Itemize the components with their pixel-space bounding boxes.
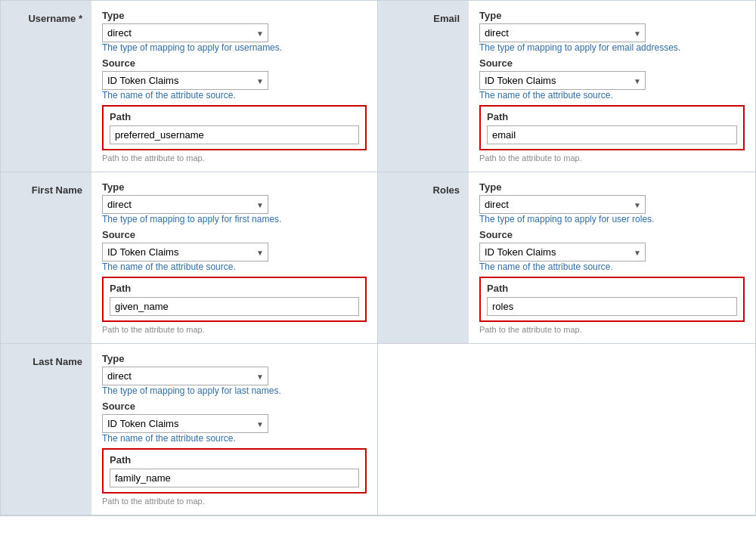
email-source-hint: The name of the attribute source. bbox=[479, 90, 745, 101]
firstname-cell: First Name Type direct ▼ The type of map… bbox=[1, 172, 378, 344]
email-source-group: Source ID Token Claims ▼ The name of the… bbox=[479, 57, 745, 101]
firstname-path-hint: Path to the attribute to map. bbox=[102, 325, 367, 334]
username-type-select-wrapper: direct ▼ bbox=[102, 23, 268, 42]
email-path-hint: Path to the attribute to map. bbox=[479, 153, 745, 162]
roles-type-select-wrapper: direct ▼ bbox=[479, 195, 646, 214]
username-type-group: Type direct ▼ The type of mapping to app… bbox=[102, 10, 367, 53]
email-source-select-wrapper: ID Token Claims ▼ bbox=[479, 71, 646, 90]
email-path-label: Path bbox=[487, 111, 737, 122]
roles-content: Type direct ▼ The type of mapping to app… bbox=[469, 172, 755, 343]
mapping-grid: Username * Type direct ▼ The type of map… bbox=[0, 0, 756, 516]
lastname-cell: Last Name Type direct ▼ The type of mapp… bbox=[1, 344, 378, 515]
lastname-path-label: Path bbox=[110, 454, 359, 466]
roles-type-select[interactable]: direct bbox=[479, 195, 646, 214]
firstname-source-select-wrapper: ID Token Claims ▼ bbox=[102, 243, 268, 261]
roles-source-label: Source bbox=[479, 229, 745, 240]
firstname-type-hint: The type of mapping to apply for first n… bbox=[102, 214, 367, 224]
firstname-path-input[interactable] bbox=[110, 297, 359, 316]
lastname-type-group: Type direct ▼ The type of mapping to app… bbox=[102, 353, 367, 396]
username-path-hint: Path to the attribute to map. bbox=[102, 153, 367, 162]
lastname-source-label: Source bbox=[102, 401, 367, 412]
firstname-type-group: Type direct ▼ The type of mapping to app… bbox=[102, 181, 367, 224]
lastname-type-select[interactable]: direct bbox=[102, 367, 268, 385]
username-type-hint: The type of mapping to apply for usernam… bbox=[102, 42, 367, 53]
email-source-label: Source bbox=[479, 57, 745, 69]
roles-path-hint: Path to the attribute to map. bbox=[479, 325, 745, 334]
lastname-source-select-wrapper: ID Token Claims ▼ bbox=[102, 414, 268, 433]
email-label: Email bbox=[378, 1, 469, 172]
roles-type-label: Type bbox=[479, 181, 745, 193]
lastname-type-label: Type bbox=[102, 353, 367, 364]
empty-cell bbox=[378, 344, 755, 515]
username-source-group: Source ID Token Claims ▼ The name of the… bbox=[102, 57, 367, 101]
firstname-source-label: Source bbox=[102, 229, 367, 240]
firstname-path-label: Path bbox=[110, 283, 359, 294]
firstname-source-select[interactable]: ID Token Claims bbox=[102, 243, 268, 261]
lastname-type-hint: The type of mapping to apply for last na… bbox=[102, 385, 367, 396]
lastname-path-hint: Path to the attribute to map. bbox=[102, 497, 367, 506]
firstname-type-select-wrapper: direct ▼ bbox=[102, 195, 268, 214]
email-type-select-wrapper: direct ▼ bbox=[479, 23, 646, 42]
firstname-content: Type direct ▼ The type of mapping to app… bbox=[91, 172, 377, 343]
username-content: Type direct ▼ The type of mapping to app… bbox=[91, 1, 377, 172]
roles-label: Roles bbox=[378, 172, 469, 343]
roles-source-group: Source ID Token Claims ▼ The name of the… bbox=[479, 229, 745, 272]
username-cell: Username * Type direct ▼ The type of map… bbox=[1, 1, 378, 172]
lastname-path-input[interactable] bbox=[110, 469, 359, 487]
lastname-type-select-wrapper: direct ▼ bbox=[102, 367, 268, 385]
email-type-select[interactable]: direct bbox=[479, 23, 646, 42]
lastname-content: Type direct ▼ The type of mapping to app… bbox=[91, 344, 377, 515]
username-path-box: Path bbox=[102, 105, 367, 150]
username-path-input[interactable] bbox=[110, 125, 359, 144]
lastname-label: Last Name bbox=[1, 344, 91, 515]
username-label: Username * bbox=[1, 1, 91, 172]
roles-cell: Roles Type direct ▼ The type of mapping … bbox=[378, 172, 755, 344]
username-type-label: Type bbox=[102, 10, 367, 21]
firstname-type-select[interactable]: direct bbox=[102, 195, 268, 214]
roles-source-hint: The name of the attribute source. bbox=[479, 261, 745, 272]
firstname-type-label: Type bbox=[102, 181, 367, 193]
firstname-label: First Name bbox=[1, 172, 91, 343]
email-content: Type direct ▼ The type of mapping to app… bbox=[469, 1, 755, 172]
email-path-box: Path bbox=[479, 105, 745, 150]
roles-source-select[interactable]: ID Token Claims bbox=[479, 243, 646, 261]
username-source-select-wrapper: ID Token Claims ▼ bbox=[102, 71, 268, 90]
roles-type-group: Type direct ▼ The type of mapping to app… bbox=[479, 181, 745, 224]
roles-path-input[interactable] bbox=[487, 297, 737, 316]
username-type-select[interactable]: direct bbox=[102, 23, 268, 42]
username-path-label: Path bbox=[110, 111, 359, 122]
email-path-input[interactable] bbox=[487, 125, 737, 144]
firstname-path-box: Path bbox=[102, 277, 367, 322]
username-source-label: Source bbox=[102, 57, 367, 69]
lastname-source-select[interactable]: ID Token Claims bbox=[102, 414, 268, 433]
email-type-label: Type bbox=[479, 10, 745, 21]
roles-source-select-wrapper: ID Token Claims ▼ bbox=[479, 243, 646, 261]
firstname-source-hint: The name of the attribute source. bbox=[102, 261, 367, 272]
firstname-source-group: Source ID Token Claims ▼ The name of the… bbox=[102, 229, 367, 272]
username-source-select[interactable]: ID Token Claims bbox=[102, 71, 268, 90]
email-source-select[interactable]: ID Token Claims bbox=[479, 71, 646, 90]
roles-path-box: Path bbox=[479, 277, 745, 322]
lastname-source-hint: The name of the attribute source. bbox=[102, 433, 367, 444]
lastname-source-group: Source ID Token Claims ▼ The name of the… bbox=[102, 401, 367, 444]
roles-type-hint: The type of mapping to apply for user ro… bbox=[479, 214, 745, 224]
roles-path-label: Path bbox=[487, 283, 737, 294]
email-cell: Email Type direct ▼ The type of mapping … bbox=[378, 1, 755, 172]
username-source-hint: The name of the attribute source. bbox=[102, 90, 367, 101]
email-type-hint: The type of mapping to apply for email a… bbox=[479, 42, 745, 53]
email-type-group: Type direct ▼ The type of mapping to app… bbox=[479, 10, 745, 53]
lastname-path-box: Path bbox=[102, 448, 367, 494]
